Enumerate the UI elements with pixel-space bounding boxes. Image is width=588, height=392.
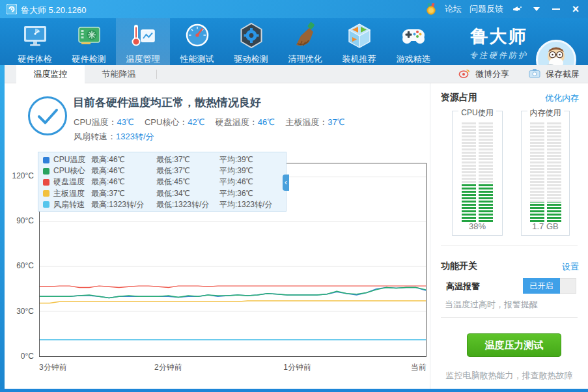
x-tick-label: 2分钟前 <box>154 362 182 373</box>
temperature-stress-test-button[interactable]: 温度压力测试 <box>467 333 561 357</box>
nav-item-temperature[interactable]: 温度管理 <box>116 18 170 65</box>
nav-item-hardware-checkup[interactable]: 硬件体检 <box>8 18 62 65</box>
metric-label: 主板温度： <box>285 117 328 127</box>
tab-temperature-monitor[interactable]: 温度监控 <box>16 65 85 84</box>
weibo-share-button[interactable]: 微博分享 <box>475 68 509 80</box>
metric-value: 46℃ <box>258 117 275 127</box>
legend-cell: 最低:37℃ <box>156 154 219 165</box>
metric-value: 1323转/分 <box>116 132 154 141</box>
games-icon <box>399 21 428 53</box>
nav-item-label: 硬件体检 <box>18 53 52 65</box>
legend-swatch <box>43 168 49 175</box>
legend-row: 风扇转速最高:1323转/分最低:1323转/分平均:1323转/分 <box>43 199 286 210</box>
feedback-link[interactable]: 问题反馈 <box>469 3 503 15</box>
legend-collapse-button[interactable]: ‹ <box>283 175 289 191</box>
nav-item-driver[interactable]: 驱动检测 <box>224 18 278 65</box>
toggle-on-state: 已开启 <box>523 278 560 294</box>
nav-item-label: 清理优化 <box>288 53 322 65</box>
build-recommend-icon <box>345 21 374 53</box>
legend-swatch <box>43 157 49 163</box>
legend-cell: 最低:37℃ <box>156 165 219 176</box>
resources-title: 资源占用 <box>441 92 477 104</box>
brand-logo: 鲁大师 专注硬件防护 <box>469 25 528 61</box>
legend-cell: CPU核心 <box>53 165 91 176</box>
legend-row: 主板温度最高:37℃最低:34℃平均:36℃ <box>43 188 286 199</box>
legend-cell: 平均:1323转/分 <box>219 199 286 210</box>
high-temp-alarm-label: 高温报警 <box>446 281 480 292</box>
legend-cell: 平均:39℃ <box>219 154 286 165</box>
brand-title: 鲁大师 <box>469 25 528 48</box>
app-logo-icon <box>7 4 17 14</box>
app-window: 鲁大师 5.20.1260 论坛 问题反馈 × 硬件体检 <box>0 0 588 392</box>
medal-icon[interactable] <box>425 3 437 15</box>
settings-link[interactable]: 设置 <box>562 261 579 273</box>
sidebar-divider <box>441 317 578 318</box>
legend-row: CPU核心最高:46℃最低:37℃平均:39℃ <box>43 165 286 176</box>
weibo-icon <box>458 68 470 81</box>
legend-cell: 最高:46℃ <box>91 165 156 176</box>
temperature-icon <box>129 21 158 53</box>
y-tick-label: 60°C <box>5 261 34 270</box>
nav-item-label: 装机推荐 <box>343 53 376 65</box>
metric-label: CPU核心： <box>145 117 188 127</box>
legend-swatch <box>43 179 49 186</box>
gauge-label: 内存使用 <box>527 108 564 117</box>
sidebar-divider <box>441 245 578 246</box>
legend-cell: 最高:1323转/分 <box>91 199 156 210</box>
nav-item-label: 性能测试 <box>180 53 214 65</box>
save-screenshot-button[interactable]: 保存截屏 <box>546 68 580 80</box>
driver-icon <box>237 21 266 53</box>
temperature-metrics: CPU温度：43℃ CPU核心：42℃ 硬盘温度：46℃ 主板温度：37℃ <box>74 117 345 128</box>
x-tick-label: 1分钟前 <box>283 362 311 373</box>
nav-item-label: 游戏精选 <box>397 53 430 65</box>
nav-item-label: 驱动检测 <box>234 53 268 65</box>
sidebar: 资源占用 优化内存 CPU使用 38% 内存使用 1.7 GB 功能开关 设置 … <box>430 83 588 389</box>
memory-usage-gauge: 内存使用 1.7 GB <box>521 111 570 236</box>
legend-swatch <box>43 201 49 208</box>
legend-row: CPU温度最高:46℃最低:37℃平均:39℃ <box>43 154 286 165</box>
legend-cell: 最低:1323转/分 <box>156 199 219 210</box>
x-tick-label: 当前 <box>411 362 427 373</box>
memory-usage-value: 1.7 GB <box>522 221 569 231</box>
window-left-edge <box>0 65 5 392</box>
nav-item-label: 硬件检测 <box>72 53 106 65</box>
forum-link[interactable]: 论坛 <box>445 3 462 15</box>
legend-cell: 最低:45℃ <box>156 176 219 188</box>
legend-cell: 硬盘温度 <box>53 176 91 188</box>
nav-item-build-recommend[interactable]: 装机推荐 <box>332 18 386 65</box>
hardware-detect-icon <box>75 21 104 53</box>
legend-cell: 平均:36℃ <box>219 188 286 199</box>
optimize-memory-link[interactable]: 优化内存 <box>545 92 579 104</box>
switches-title: 功能开关 <box>441 260 477 272</box>
nav-item-games[interactable]: 游戏精选 <box>386 18 440 65</box>
title-bar: 鲁大师 5.20.1260 论坛 问题反馈 × <box>0 0 588 18</box>
minimize-button[interactable] <box>550 3 562 15</box>
nav-item-label: 温度管理 <box>126 53 160 65</box>
tab-separator <box>156 70 157 79</box>
nav-item-cleanup[interactable]: 清理优化 <box>278 18 332 65</box>
fan-speed-metric: 风扇转速：1323转/分 <box>74 131 154 143</box>
metric-value: 37℃ <box>328 117 344 127</box>
dropdown-menu-icon[interactable] <box>531 3 542 15</box>
nav-item-benchmark[interactable]: 性能测试 <box>170 18 224 65</box>
brand-subtitle: 专注硬件防护 <box>469 50 528 61</box>
legend-cell: 最高:46℃ <box>91 154 156 165</box>
y-tick-label: 90°C <box>5 216 34 225</box>
status-headline: 目前各硬件温度均正常，散热情况良好 <box>73 95 261 110</box>
tab-bar: 温度监控 节能降温 微博分享 保存截屏 <box>5 65 588 83</box>
legend-cell: 最低:34℃ <box>156 188 219 199</box>
nav-item-hardware-detect[interactable]: 硬件检测 <box>62 18 116 65</box>
cpu-usage-value: 38% <box>453 221 502 231</box>
chart-x-axis: 3分钟前2分钟前1分钟前当前 <box>39 362 427 372</box>
close-button[interactable]: × <box>570 3 581 15</box>
high-temp-alarm-toggle[interactable]: 已开启 <box>523 278 576 294</box>
chart-y-axis: 120°C90°C60°C30°C0°C <box>5 163 34 357</box>
metric-label: CPU温度： <box>74 117 117 127</box>
legend-swatch <box>43 190 49 197</box>
chart-legend: CPU温度最高:46℃最低:37℃平均:39℃CPU核心最高:46℃最低:37℃… <box>38 152 287 212</box>
skin-icon[interactable] <box>511 3 523 15</box>
legend-cell: CPU温度 <box>53 154 91 165</box>
y-tick-label: 30°C <box>5 307 34 316</box>
gauge-label: CPU使用 <box>458 108 496 117</box>
tab-energy-cooling[interactable]: 节能降温 <box>85 65 153 83</box>
